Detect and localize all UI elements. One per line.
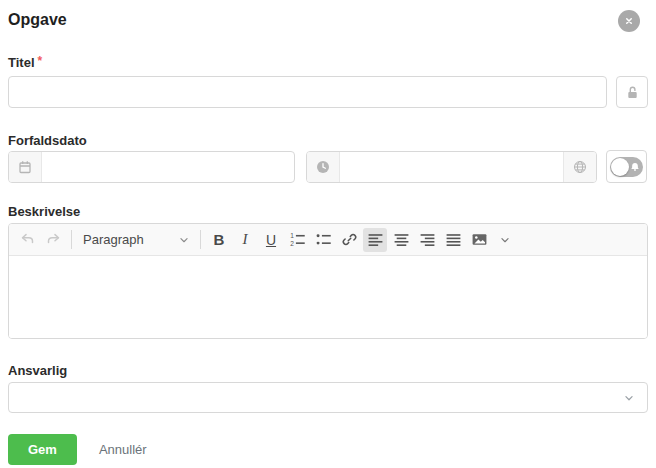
chevron-down-icon (622, 391, 636, 405)
date-addon (9, 152, 42, 182)
dialog-header: Opgave (8, 10, 648, 30)
bullet-list-button[interactable] (311, 228, 335, 252)
redo-button[interactable] (41, 228, 65, 252)
justify-icon (445, 231, 462, 248)
title-input[interactable] (9, 77, 606, 107)
dialog-footer: Gem Annullér (8, 434, 648, 465)
insert-image-button[interactable] (467, 228, 491, 252)
calendar-icon (17, 159, 33, 175)
more-options-button[interactable] (493, 228, 517, 252)
timezone-addon[interactable] (563, 152, 596, 182)
redo-icon (45, 231, 62, 248)
bell-icon (629, 161, 641, 173)
link-button[interactable] (337, 228, 361, 252)
title-label-text: Titel (8, 55, 35, 70)
field-responsible: Ansvarlig (8, 363, 648, 413)
link-icon (341, 231, 358, 248)
field-due-date: Forfaldsdato (8, 133, 648, 183)
field-description: Beskrivelse (8, 204, 648, 339)
description-textarea[interactable] (9, 256, 647, 338)
due-date-input[interactable] (42, 152, 294, 182)
field-title: Titel* (8, 55, 648, 108)
align-left-button[interactable] (363, 228, 387, 252)
richtext-editor: Paragraph B I U (8, 223, 648, 339)
dialog-title: Opgave (8, 10, 648, 30)
reminder-toggle[interactable] (606, 150, 647, 183)
globe-icon (572, 159, 588, 175)
task-dialog: Opgave Titel* (0, 0, 656, 465)
numbered-list-button[interactable]: 1 2 (285, 228, 309, 252)
due-date-label: Forfaldsdato (8, 133, 648, 148)
italic-glyph: I (243, 231, 248, 248)
unlock-icon (624, 84, 640, 100)
close-button[interactable] (618, 10, 640, 32)
chevron-down-icon (498, 233, 512, 247)
undo-icon (19, 231, 36, 248)
editor-toolbar: Paragraph B I U (9, 224, 647, 256)
align-right-icon (419, 231, 436, 248)
bold-glyph: B (214, 231, 225, 248)
numbered-list-icon: 1 2 (289, 231, 306, 248)
clock-icon (315, 159, 331, 175)
bullet-list-icon (315, 231, 332, 248)
align-left-icon (367, 231, 384, 248)
toggle-knob (611, 158, 629, 176)
toolbar-separator (200, 230, 201, 249)
title-label: Titel* (8, 55, 648, 71)
due-time-input[interactable] (340, 152, 563, 182)
paragraph-style-dropdown[interactable]: Paragraph (77, 227, 195, 253)
time-input-group (306, 151, 597, 183)
align-center-button[interactable] (389, 228, 413, 252)
lock-toggle-button[interactable] (616, 76, 648, 108)
undo-button[interactable] (15, 228, 39, 252)
svg-text:2: 2 (290, 240, 294, 247)
bold-button[interactable]: B (207, 228, 231, 252)
date-input-group (8, 151, 295, 183)
underline-glyph: U (266, 232, 276, 248)
toolbar-separator (71, 230, 72, 249)
image-icon (471, 231, 488, 248)
paragraph-style-label: Paragraph (83, 232, 144, 247)
toggle-track (610, 157, 643, 177)
align-center-icon (393, 231, 410, 248)
title-input-box (8, 76, 607, 108)
svg-text:1: 1 (290, 232, 294, 239)
description-label: Beskrivelse (8, 204, 648, 219)
align-right-button[interactable] (415, 228, 439, 252)
responsible-label: Ansvarlig (8, 363, 648, 378)
justify-button[interactable] (441, 228, 465, 252)
cancel-link[interactable]: Annullér (99, 442, 147, 457)
responsible-select[interactable] (8, 382, 648, 413)
save-button[interactable]: Gem (8, 434, 77, 465)
underline-button[interactable]: U (259, 228, 283, 252)
chevron-down-icon (177, 233, 191, 247)
italic-button[interactable]: I (233, 228, 257, 252)
required-asterisk: * (38, 54, 43, 68)
close-icon (623, 15, 635, 27)
time-addon (307, 152, 340, 182)
